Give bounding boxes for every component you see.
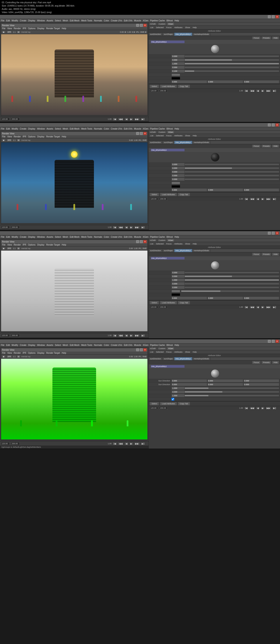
timeline-start-field-3[interactable]: [1, 334, 10, 337]
menu-edituvs-4[interactable]: Edit UVs: [124, 344, 132, 346]
ae-focus-btn-1[interactable]: Focus: [252, 36, 260, 40]
menu-help-1[interactable]: Help: [175, 20, 179, 22]
tl-btn-fwd-3[interactable]: ▶: [129, 334, 133, 337]
ae-physicalsky-field-2[interactable]: [151, 148, 185, 152]
frd-start-1[interactable]: [150, 89, 158, 92]
timeline-end-field-1[interactable]: [11, 118, 20, 120]
ae-slider-redblue-1[interactable]: [185, 59, 279, 61]
ae-slider-horizblur-2[interactable]: [185, 178, 279, 180]
close-btn-1[interactable]: ✕: [276, 15, 279, 18]
rv-menu-ipr-4[interactable]: IPR: [23, 352, 26, 354]
menu-muscle-1[interactable]: Muscle: [134, 20, 141, 22]
rv-menu-render-3[interactable]: Render: [14, 244, 21, 246]
ae-swatch-groundcolor-3[interactable]: [172, 290, 180, 292]
attr-tab-xgen-3[interactable]: XGen: [167, 239, 175, 242]
ae-input-haze-3[interactable]: [172, 271, 185, 274]
menu-pipeline-1[interactable]: Pipeline Cache: [150, 20, 165, 22]
rv-max-2[interactable]: □: [140, 132, 143, 135]
rv-btn-ipr-3[interactable]: IPR: [7, 247, 12, 250]
ae-swatch-nightcolor-2[interactable]: [172, 185, 180, 188]
frd-btn-next-3[interactable]: ▶▶: [266, 306, 271, 308]
tl-btn-end-4[interactable]: ▶|: [141, 442, 145, 445]
ae-input-sun-z-4[interactable]: [243, 379, 279, 382]
timeline-end-field-4[interactable]: [11, 442, 20, 445]
rv-menu-target-2[interactable]: Render Target: [46, 136, 60, 138]
menu-createuvs-2[interactable]: Create UVs: [111, 128, 122, 130]
ae-input-sun-y2-4[interactable]: [207, 383, 243, 386]
ae-input-diskintensity-4[interactable]: [172, 387, 185, 390]
ae-tab-help-2[interactable]: Help: [192, 134, 198, 137]
ae-input-sun-y-3[interactable]: [207, 296, 243, 300]
rv-btn-snap-2[interactable]: ⊞: [17, 139, 21, 142]
tl-btn-prev-4[interactable]: ◀◀: [118, 442, 123, 445]
menu-normals-4[interactable]: Normals: [94, 344, 102, 346]
attr-tab-ncloth-4[interactable]: nCloth: [149, 347, 157, 350]
menu-bifrost-4[interactable]: Bifrost: [167, 344, 173, 346]
minimize-btn-3[interactable]: −: [268, 232, 271, 235]
menu-edit-4[interactable]: Edit: [6, 344, 10, 346]
ae-tab-focus-4[interactable]: Focus: [165, 351, 173, 353]
ae-input-saturation-2[interactable]: [172, 170, 185, 174]
frd-btn-next-4[interactable]: ▶▶: [266, 407, 271, 410]
rv-btn-ipr-4[interactable]: IPR: [7, 355, 12, 358]
menu-assets-2[interactable]: Assets: [47, 128, 53, 130]
ae-select-btn-4[interactable]: Select: [150, 402, 159, 406]
rv-btn-snap-3[interactable]: ⊞: [17, 247, 21, 250]
menu-create-1[interactable]: Create: [20, 20, 27, 22]
menu-assets-4[interactable]: Assets: [47, 344, 53, 346]
frd-btn-fwd-2[interactable]: ▶: [261, 198, 264, 200]
attr-tab-ncloth-2[interactable]: nCloth: [149, 131, 157, 134]
ae-tab-attributes-3[interactable]: Attributes: [173, 242, 184, 245]
ae-tab-selected-3[interactable]: Selected: [155, 242, 165, 245]
ae-tab-focus-2[interactable]: Focus: [165, 134, 173, 137]
ae-input-haze-1[interactable]: [172, 55, 185, 58]
menu-bifrost-3[interactable]: Bifrost: [167, 236, 173, 238]
ae-slider-horizblur-1[interactable]: [185, 70, 279, 72]
ae-slider-haze-1[interactable]: [185, 56, 279, 57]
menu-editmesh-1[interactable]: Edit Mesh: [70, 20, 79, 22]
rv-menu-render-4[interactable]: Render: [14, 352, 21, 354]
ae-input-sun-x-4[interactable]: [172, 379, 207, 382]
rv-menu-target-1[interactable]: Render Target: [46, 27, 60, 30]
ae-slider-haze-3[interactable]: [185, 272, 279, 274]
menu-muscle-2[interactable]: Muscle: [134, 128, 141, 130]
ae-input-horizblur-2[interactable]: [172, 178, 185, 181]
frd-btn-start-1[interactable]: |◀: [244, 90, 248, 92]
menu-edit-2[interactable]: Edit: [6, 128, 10, 130]
ae-slider-horizheight-2[interactable]: [185, 175, 279, 176]
ae-input-haze-2[interactable]: [172, 163, 185, 166]
ae-slider-horizblur-3[interactable]: [185, 286, 279, 288]
ae-tab-attributes-4[interactable]: Attributes: [173, 351, 184, 353]
attr-tab-xgen-1[interactable]: XGen: [167, 22, 175, 26]
ae-slider-diskintensity-4[interactable]: [185, 387, 279, 389]
menu-display-3[interactable]: Display: [28, 236, 35, 238]
ae-node-tab-physicalsky-1[interactable]: mia_physicalsky1: [174, 33, 193, 36]
ae-select-btn-2[interactable]: Select: [150, 193, 159, 196]
rv-menu-ipr-3[interactable]: IPR: [23, 244, 26, 246]
menu-xgen-3[interactable]: XGen: [143, 236, 149, 238]
ae-input-redblue-3[interactable]: [172, 275, 185, 278]
ae-select-btn-3[interactable]: Select: [150, 301, 159, 304]
rv-btn-render-3[interactable]: ▶: [2, 247, 6, 250]
rv-min-3[interactable]: −: [136, 240, 139, 243]
menu-file-3[interactable]: File: [1, 236, 4, 238]
rv-menu-help-4[interactable]: Help: [62, 352, 66, 354]
ae-hide-btn-1[interactable]: Hide: [272, 36, 279, 40]
menu-modify-2[interactable]: Modify: [12, 128, 18, 130]
ae-input-sun-x-3[interactable]: [172, 296, 207, 300]
frd-btn-fwd-1[interactable]: ▶: [261, 90, 264, 92]
tl-btn-fwd-2[interactable]: ▶: [129, 226, 133, 229]
ae-slider-saturation-1[interactable]: [185, 63, 279, 64]
menu-normals-1[interactable]: Normals: [94, 20, 102, 22]
rv-menu-options-1[interactable]: Options: [28, 27, 35, 30]
ae-swatch-groundcolor-2[interactable]: [172, 182, 180, 184]
minimize-btn-4[interactable]: −: [268, 340, 271, 343]
tl-btn-prev-3[interactable]: ◀◀: [118, 334, 123, 337]
menu-modify-3[interactable]: Modify: [12, 236, 18, 238]
menu-color-1[interactable]: Color: [104, 20, 109, 22]
frd-btn-end-4[interactable]: ▶|: [272, 407, 276, 410]
rv-menu-display-3[interactable]: Display: [37, 244, 45, 246]
menu-select-1[interactable]: Select: [55, 20, 61, 22]
ae-presets-btn-1[interactable]: Presets: [261, 36, 271, 40]
ae-tab-focus-1[interactable]: Focus: [165, 26, 173, 29]
